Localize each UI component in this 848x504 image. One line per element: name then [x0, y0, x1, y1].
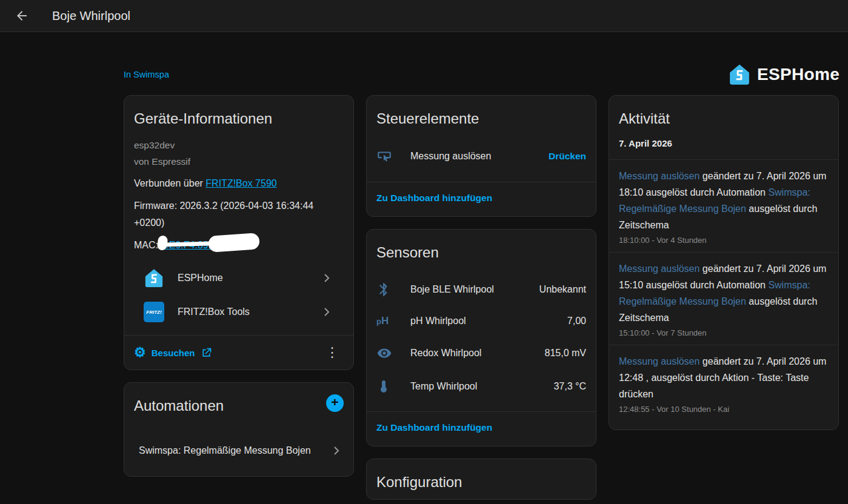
overflow-menu-button[interactable]: ⋮ [321, 345, 344, 360]
automation-row[interactable]: Swimspa: Regelmäßige Messung Bojen [124, 433, 353, 476]
chevron-right-icon [319, 305, 334, 319]
connected-via-link[interactable]: FRITZ!Box 7590 [205, 178, 276, 188]
esphome-logo-icon [144, 268, 164, 288]
sensor-value: 815,0 mV [545, 348, 586, 359]
esphome-brand[interactable]: ESPHome [728, 62, 840, 87]
external-link-icon [200, 346, 213, 359]
sensor-name: pH Whirlpool [410, 316, 567, 327]
sensor-name: Boje BLE Whirlpool [410, 284, 539, 295]
activity-date-header: 7. April 2026 [609, 131, 838, 159]
integration-rows: ESPHome FRITZ! FRITZ!Box Tools [134, 254, 344, 331]
entity-link[interactable]: Messung auslösen [619, 356, 699, 366]
sensor-rows: Boje BLE Whirlpool Unbekannt pH pH Whirl… [367, 270, 596, 411]
sensors-card: Sensoren Boje BLE Whirlpool Unbekannt pH… [366, 229, 596, 446]
device-manufacturer: von Espressif [134, 153, 344, 170]
control-row-button[interactable]: Messung auslösen Drücken [376, 139, 586, 173]
configuration-card: Konfiguration [366, 459, 596, 500]
eye-icon [376, 345, 410, 361]
integration-label: FRITZ!Box Tools [178, 307, 306, 317]
controls-card: Steuerelemente Messung auslösen Drücken [366, 95, 596, 217]
visit-device-button[interactable]: ⚙ Besuchen [134, 346, 213, 359]
activity-entry: Messung auslösen geändert zu 7. April 20… [609, 345, 838, 421]
device-info-card: Geräte-Informationen esp32dev von Espres… [124, 95, 354, 370]
activity-title: Aktivität [609, 96, 838, 131]
configuration-title: Konfiguration [367, 459, 596, 499]
integration-row-fritzbox[interactable]: FRITZ! FRITZ!Box Tools [139, 295, 339, 329]
automations-title-row: Automationen + [124, 383, 353, 423]
visit-label: Besuchen [152, 348, 195, 358]
mac-value-redacted: 4:E9:F4:89:55 [161, 237, 222, 254]
add-automation-button[interactable]: + [326, 394, 344, 412]
press-button[interactable]: Drücken [549, 151, 586, 162]
activity-entry: Messung auslösen geändert zu 7. April 20… [609, 159, 838, 252]
controls-title: Steuerelemente [367, 96, 596, 136]
activity-card: Aktivität 7. April 2026 Messung auslösen… [609, 95, 839, 430]
log-timestamp: 15:10:00 - Vor 7 Stunden [619, 328, 829, 337]
log-text: Messung auslösen geändert zu 7. April 20… [619, 353, 829, 402]
firmware-line: Firmware: 2026.3.2 (2026-04-03 16:34:44 … [134, 197, 344, 231]
chevron-right-icon [329, 443, 344, 458]
page-title: Boje Whirlpool [52, 9, 130, 23]
add-to-dashboard-link[interactable]: Zu Dashboard hinzufügen [376, 193, 492, 203]
connected-via-line: Verbunden über FRITZ!Box 7590 [134, 175, 344, 192]
thermometer-icon [376, 379, 410, 394]
area-breadcrumb-link[interactable]: In Swimspa [124, 70, 169, 79]
gesture-tap-button-icon [376, 148, 410, 164]
sensor-row-ph[interactable]: pH pH Whirlpool 7,00 [376, 306, 586, 336]
sensor-value: Unbekannt [539, 284, 586, 295]
connected-via-label: Verbunden über [134, 178, 205, 188]
fritzbox-logo-icon: FRITZ! [144, 302, 164, 322]
log-timestamp: 18:10:00 - Vor 4 Stunden [619, 236, 829, 245]
mac-line: MAC: 4:E9:F4:89:55 [134, 237, 344, 254]
sensor-value: 7,00 [567, 316, 586, 327]
activity-entry: Messung auslösen geändert zu 7. April 20… [609, 252, 838, 345]
add-to-dashboard-link[interactable]: Zu Dashboard hinzufügen [376, 422, 492, 433]
esphome-logo-icon [728, 62, 751, 87]
log-text: Messung auslösen geändert zu 7. April 20… [619, 168, 829, 233]
activity-bottom-padding [609, 421, 838, 429]
sensors-title: Sensoren [367, 230, 596, 270]
device-info-title: Geräte-Informationen [124, 96, 353, 136]
ph-icon-h: H [381, 315, 389, 327]
content-area: In Swimspa ESPHome Geräte-Informationen … [124, 32, 840, 500]
back-button[interactable] [10, 4, 34, 28]
log-timestamp: 12:48:55 - Vor 10 Stunden - Kai [619, 405, 829, 414]
gear-icon: ⚙ [134, 346, 146, 359]
automation-label: Swimspa: Regelmäßige Messung Bojen [139, 445, 311, 456]
device-card-footer: ⚙ Besuchen ⋮ [124, 335, 353, 370]
control-name: Messung auslösen [410, 151, 549, 162]
sensor-row-redox[interactable]: Redox Whirlpool 815,0 mV [376, 336, 586, 370]
sensor-row-temp[interactable]: Temp Whirlpool 37,3 °C [376, 370, 586, 403]
integration-row-esphome[interactable]: ESPHome [139, 261, 339, 295]
sensor-row-ble[interactable]: Boje BLE Whirlpool Unbekannt [376, 273, 586, 306]
automations-title: Automationen [124, 383, 233, 423]
integration-label: ESPHome [178, 273, 306, 284]
arrow-left-icon [15, 8, 29, 23]
sensor-name: Temp Whirlpool [410, 381, 553, 392]
cards-grid: Geräte-Informationen esp32dev von Espres… [124, 95, 840, 500]
bluetooth-icon [376, 282, 410, 297]
column-middle: Steuerelemente Messung auslösen Drücken [366, 95, 596, 500]
controls-rows: Messung auslösen Drücken [367, 136, 596, 182]
device-info-body: esp32dev von Espressif Verbunden über FR… [124, 136, 353, 335]
entity-link[interactable]: Messung auslösen [619, 264, 699, 274]
log-text: Messung auslösen geändert zu 7. April 20… [619, 260, 829, 326]
content-header: In Swimspa ESPHome [124, 61, 840, 88]
column-left: Geräte-Informationen esp32dev von Espres… [124, 95, 354, 477]
sensors-footer: Zu Dashboard hinzufügen [367, 411, 596, 446]
app-bar: Boje Whirlpool [0, 0, 848, 32]
column-right: Aktivität 7. April 2026 Messung auslösen… [609, 95, 839, 430]
brand-wordmark: ESPHome [757, 65, 840, 84]
sensor-name: Redox Whirlpool [410, 348, 545, 359]
entity-link[interactable]: Messung auslösen [619, 171, 699, 181]
controls-footer: Zu Dashboard hinzufügen [367, 182, 596, 216]
automations-card: Automationen + Swimspa: Regelmäßige Mess… [124, 382, 354, 477]
ph-icon-p: p [376, 317, 381, 326]
sensor-value: 37,3 °C [553, 381, 586, 392]
device-model: esp32dev [134, 137, 344, 153]
chevron-right-icon [319, 271, 334, 285]
ph-icon: pH [376, 315, 410, 327]
